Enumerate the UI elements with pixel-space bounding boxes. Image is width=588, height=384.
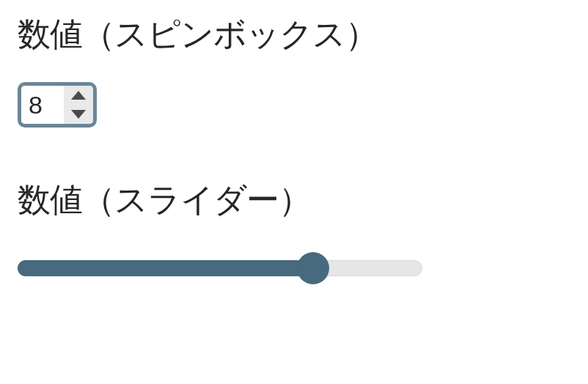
slider[interactable] xyxy=(18,254,422,283)
spinbox-step-up[interactable] xyxy=(64,86,93,105)
spinbox-steppers xyxy=(64,86,93,124)
slider-label: 数値（スライダー） xyxy=(18,180,570,220)
spinbox-row: 8 xyxy=(18,82,570,128)
chevron-up-icon xyxy=(71,91,86,100)
svg-marker-0 xyxy=(71,91,86,100)
spinbox-step-down[interactable] xyxy=(64,105,93,124)
spinbox-section: 数値（スピンボックス） 8 xyxy=(18,15,570,128)
slider-row xyxy=(18,254,570,283)
chevron-down-icon xyxy=(71,110,86,119)
svg-marker-1 xyxy=(71,110,86,119)
slider-section: 数値（スライダー） xyxy=(18,180,570,283)
spinbox-label: 数値（スピンボックス） xyxy=(18,15,570,54)
spinbox-value[interactable]: 8 xyxy=(21,86,64,124)
slider-track-fill xyxy=(18,260,313,276)
spinbox[interactable]: 8 xyxy=(18,82,97,128)
slider-thumb[interactable] xyxy=(297,252,329,284)
